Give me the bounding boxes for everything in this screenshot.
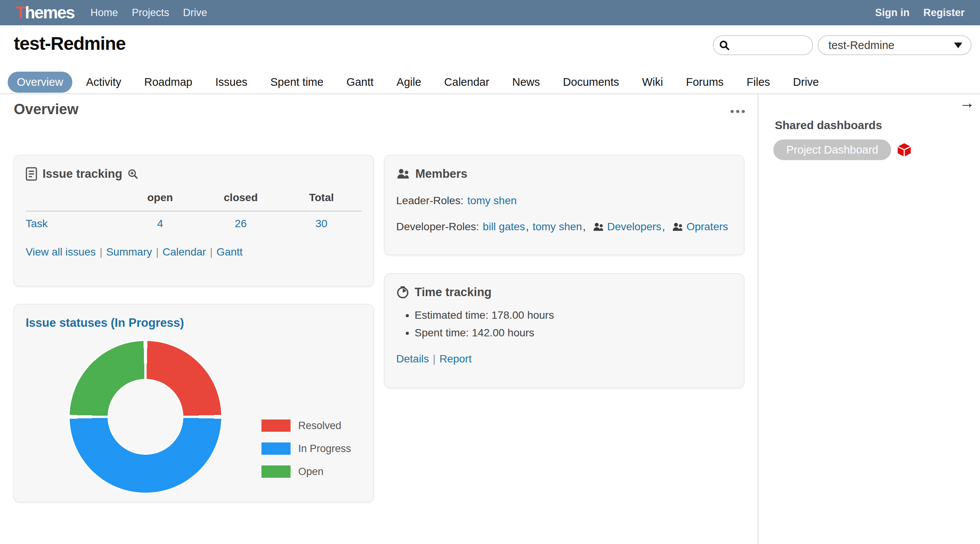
collapse-sidebar-arrow-icon[interactable]: → xyxy=(959,95,975,110)
search-box[interactable] xyxy=(713,35,813,55)
right-sidebar: → Shared dashboards Project Dashboard xyxy=(758,94,980,544)
tab-spent-time[interactable]: Spent time xyxy=(261,72,333,93)
member-role-row: Developer-Roles: bill gates, tomy shen, … xyxy=(396,221,732,233)
project-dashboard-button[interactable]: Project Dashboard xyxy=(773,139,891,160)
tab-files[interactable]: Files xyxy=(737,72,779,93)
time-tracking-item: Estimated time: 178.00 hours xyxy=(415,309,732,321)
closed-count-link[interactable]: 26 xyxy=(235,218,247,229)
legend-label: Open xyxy=(298,466,323,478)
project-selector[interactable]: test-Redmine xyxy=(818,35,972,55)
tab-documents[interactable]: Documents xyxy=(554,72,629,93)
link-separator: | xyxy=(100,246,102,258)
members-icon xyxy=(396,168,410,180)
link-report[interactable]: Report xyxy=(439,353,472,365)
issue-tracking-table: openclosedTotalTask42630 xyxy=(26,192,362,232)
legend-item-in-progress: In Progress xyxy=(261,442,351,455)
stopwatch-icon xyxy=(396,286,409,299)
navbar-menu: HomeProjectsDrive xyxy=(90,7,221,19)
app-logo[interactable]: Themes xyxy=(15,3,74,22)
tab-overview[interactable]: Overview xyxy=(8,72,72,93)
legend-item-open: Open xyxy=(261,465,351,478)
top-navbar: Themes HomeProjectsDrive Sign inRegister xyxy=(0,0,980,25)
tab-agile[interactable]: Agile xyxy=(387,72,431,93)
user-link-tomy-shen[interactable]: tomy shen xyxy=(532,221,582,233)
role-label: Leader-Roles: xyxy=(396,195,467,206)
search-input[interactable] xyxy=(733,39,807,52)
time-tracking-card: Time tracking Estimated time: 178.00 hou… xyxy=(384,273,745,388)
total-count-link[interactable]: 30 xyxy=(315,218,327,229)
page-heading: Overview xyxy=(14,101,78,118)
issue-statuses-card: Issue statuses (In Progress) ResolvedIn … xyxy=(13,304,374,502)
project-title: test-Redmine xyxy=(14,33,126,54)
link-separator: | xyxy=(433,353,436,365)
tracker-column-header xyxy=(26,192,120,211)
main-content: Overview ••• Issue tracking openclosedTo… xyxy=(0,94,758,544)
group-icon xyxy=(593,222,604,232)
navbar-item-register[interactable]: Register xyxy=(923,7,965,19)
tab-wiki[interactable]: Wiki xyxy=(633,72,672,93)
document-list-icon xyxy=(26,167,37,181)
tab-drive[interactable]: Drive xyxy=(784,72,828,93)
issue-tracking-links: View all issues|Summary|Calendar|Gantt xyxy=(26,246,362,258)
navbar-item-drive[interactable]: Drive xyxy=(183,7,207,19)
time-tracking-item: Spent time: 142.00 hours xyxy=(415,327,732,339)
navbar-account-menu: Sign inRegister xyxy=(861,7,965,19)
comma: , xyxy=(526,221,532,233)
column-header-closed: closed xyxy=(201,192,281,211)
legend-swatch-in-progress xyxy=(261,442,291,455)
project-selector-value: test-Redmine xyxy=(828,39,954,52)
tab-issues[interactable]: Issues xyxy=(206,72,256,93)
legend-item-resolved: Resolved xyxy=(261,419,351,432)
link-summary[interactable]: Summary xyxy=(106,246,152,258)
user-link-tomy-shen[interactable]: tomy shen xyxy=(467,195,517,206)
column-header-total: Total xyxy=(281,192,362,211)
tab-calendar[interactable]: Calendar xyxy=(435,72,498,93)
open-count-link[interactable]: 4 xyxy=(157,218,163,229)
time-tracking-links: Details|Report xyxy=(396,353,732,365)
issue-tracking-title: Issue tracking xyxy=(42,167,122,181)
search-icon xyxy=(719,40,730,51)
role-label: Developer-Roles: xyxy=(396,221,482,233)
group-icon xyxy=(672,222,683,232)
issue-tracking-card: Issue tracking openclosedTotalTask42630 … xyxy=(13,155,374,287)
table-row: Task42630 xyxy=(26,211,362,232)
navbar-item-sign-in[interactable]: Sign in xyxy=(875,7,910,19)
donut-hole xyxy=(109,380,182,453)
link-calendar[interactable]: Calendar xyxy=(162,246,206,258)
issue-statuses-donut-chart xyxy=(70,341,221,493)
time-tracking-list: Estimated time: 178.00 hoursSpent time: … xyxy=(396,309,732,339)
link-view-all-issues[interactable]: View all issues xyxy=(26,246,96,258)
cube-icon xyxy=(897,142,912,157)
logo-rest: hemes xyxy=(25,3,74,22)
issue-statuses-title-link[interactable]: Issue statuses (In Progress) xyxy=(26,316,184,330)
more-actions-button[interactable]: ••• xyxy=(726,105,751,118)
navbar-item-projects[interactable]: Projects xyxy=(132,7,169,19)
tab-gantt[interactable]: Gantt xyxy=(337,72,383,93)
link-separator: | xyxy=(156,246,158,258)
group-link-opraters[interactable]: Opraters xyxy=(686,221,728,233)
zoom-in-icon[interactable] xyxy=(127,169,138,179)
tracker-link[interactable]: Task xyxy=(26,218,48,229)
link-gantt[interactable]: Gantt xyxy=(216,246,242,258)
members-card: Members Leader-Roles: tomy shenDeveloper… xyxy=(384,155,745,255)
tab-roadmap[interactable]: Roadmap xyxy=(135,72,202,93)
shared-dashboards-heading: Shared dashboards xyxy=(775,119,882,132)
group-link-developers[interactable]: Developers xyxy=(607,221,662,233)
time-tracking-title: Time tracking xyxy=(415,285,492,299)
chevron-down-icon xyxy=(954,43,962,48)
legend-label: Resolved xyxy=(298,420,341,432)
link-details[interactable]: Details xyxy=(396,353,429,365)
chart-legend: ResolvedIn ProgressOpen xyxy=(261,419,351,478)
legend-swatch-resolved xyxy=(261,419,291,432)
tab-forums[interactable]: Forums xyxy=(677,72,733,93)
tab-activity[interactable]: Activity xyxy=(77,72,131,93)
legend-swatch-open xyxy=(261,465,291,478)
tab-news[interactable]: News xyxy=(503,72,549,93)
column-header-open: open xyxy=(120,192,201,211)
members-rows: Leader-Roles: tomy shenDeveloper-Roles: … xyxy=(396,195,732,233)
project-tabbar: OverviewActivityRoadmapIssuesSpent timeG… xyxy=(0,70,980,94)
member-role-row: Leader-Roles: tomy shen xyxy=(396,195,732,207)
navbar-item-home[interactable]: Home xyxy=(90,7,118,19)
user-link-bill-gates[interactable]: bill gates xyxy=(483,221,525,233)
link-separator: | xyxy=(210,246,212,258)
